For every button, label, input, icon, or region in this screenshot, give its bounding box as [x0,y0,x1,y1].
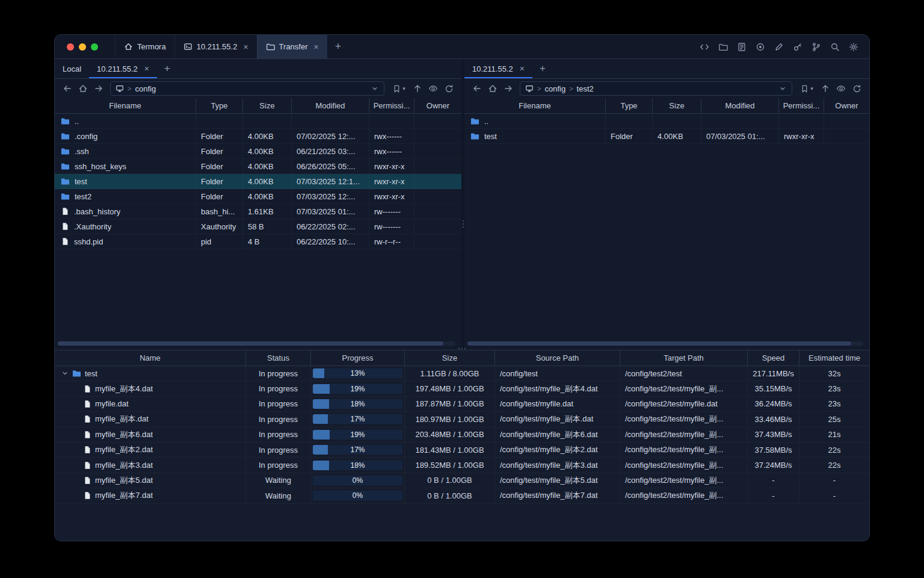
transfer-row[interactable]: test In progress 13% 1.11GB / 8.00GB /co… [55,366,869,381]
tab-transfer[interactable]: Transfer × [257,35,327,58]
branch-icon[interactable] [812,42,821,52]
horizontal-scrollbar[interactable] [467,341,863,346]
file-row[interactable]: .. [55,114,461,129]
file-row[interactable]: test Folder 4.00KB 07/03/2025 01:... rwx… [464,129,869,144]
transfer-row[interactable]: myfile_副本2.dat In progress 17% 181.43MB … [55,443,869,458]
column-header[interactable]: Owner [414,98,461,113]
tab-host[interactable]: 10.211.55.2 × [174,35,257,58]
close-tab-icon[interactable]: × [520,64,525,73]
forward-button[interactable] [500,81,516,96]
tab-remote-host[interactable]: 10.211.55.2 × [464,59,532,78]
column-header[interactable]: Status [246,350,311,365]
bookmark-button[interactable]: ▾ [796,81,818,96]
chevron-down-icon[interactable] [371,84,379,93]
tab-termora[interactable]: Termora [115,35,174,58]
zoom-window-button[interactable] [91,43,98,51]
file-row[interactable]: .. [464,114,869,129]
scrollbar-thumb[interactable] [58,341,443,346]
column-header[interactable]: Filename [464,98,606,113]
transfer-row[interactable]: myfile.dat In progress 18% 187.87MB / 1.… [55,397,869,412]
path-bar[interactable]: > config > test2 [520,81,792,96]
new-pane-tab-button[interactable]: + [532,59,553,78]
transfer-row[interactable]: myfile_副本6.dat In progress 19% 203.48MB … [55,427,869,443]
bookmark-button[interactable]: ▾ [388,81,410,96]
refresh-button[interactable] [849,81,864,96]
code-icon[interactable] [700,42,709,52]
column-header[interactable]: Size [653,98,701,113]
column-header[interactable]: Speed [748,350,799,365]
path-bar[interactable]: > config [110,81,384,96]
close-tab-icon[interactable]: × [243,43,248,51]
file-row[interactable]: .ssh Folder 4.00KB 06/21/2025 03:... rwx… [55,144,461,159]
column-header[interactable]: Progress [311,350,405,365]
folder-icon[interactable] [718,42,728,52]
column-header[interactable]: Modified [701,98,779,113]
home-button[interactable] [485,81,500,96]
forward-button[interactable] [91,81,106,96]
upload-button[interactable] [818,81,833,96]
settings-icon[interactable] [849,42,858,52]
transfer-row[interactable]: myfile_副本7.dat Waiting 0% 0 B / 1.00GB /… [55,488,869,503]
key-icon[interactable] [793,42,802,52]
scrollbar-thumb[interactable] [467,341,851,346]
transfer-row[interactable]: myfile_副本.dat In progress 17% 180.97MB /… [55,412,869,427]
record-icon[interactable] [756,42,765,52]
transfer-source-path: /config/test/myfile_副本7.dat [495,488,620,503]
column-header[interactable]: Size [405,350,495,365]
breadcrumb-segment[interactable]: config [544,84,565,93]
file-permissions: rwxr-xr-x [369,174,414,188]
log-icon[interactable] [737,42,747,52]
column-header[interactable]: Size [243,98,292,113]
column-header[interactable]: Owner [824,98,869,113]
breadcrumb-segment[interactable]: config [135,84,156,93]
upload-button[interactable] [410,81,425,96]
show-hidden-files-button[interactable] [425,81,441,96]
column-header[interactable]: Name [55,350,246,365]
column-header[interactable]: Target Path [620,350,748,365]
close-tab-icon[interactable]: × [144,64,149,73]
tab-local[interactable]: Local [55,59,89,78]
file-row[interactable]: sshd.pid pid 4 B 06/22/2025 10:... rw-r-… [55,234,461,249]
close-window-button[interactable] [67,43,74,51]
file-icon [61,237,69,246]
chevron-down-icon[interactable] [778,84,787,93]
transfer-row[interactable]: myfile_副本5.dat Waiting 0% 0 B / 1.00GB /… [55,473,869,488]
file-row[interactable]: .bash_history bash_hi... 1.61KB 07/03/20… [55,204,461,219]
transfer-row[interactable]: myfile_副本3.dat In progress 18% 189.52MB … [55,458,869,473]
home-button[interactable] [75,81,91,96]
column-header[interactable]: Estimated time [799,350,869,365]
file-row[interactable]: test Folder 4.00KB 07/03/2025 12:1... rw… [55,174,461,189]
back-button[interactable] [60,81,75,96]
column-header[interactable]: Permissi... [779,98,824,113]
minimize-window-button[interactable] [79,43,86,51]
new-pane-tab-button[interactable]: + [157,59,177,78]
file-row[interactable]: test2 Folder 4.00KB 07/03/2025 12:... rw… [55,189,461,204]
close-tab-icon[interactable]: × [314,43,319,51]
file-row[interactable]: ssh_host_keys Folder 4.00KB 06/26/2025 0… [55,159,461,174]
folder-icon [61,177,70,186]
column-header[interactable]: Type [606,98,653,113]
breadcrumb-segment[interactable]: test2 [577,84,594,93]
chevron-down-icon[interactable] [61,370,69,377]
edit-icon[interactable] [774,42,784,52]
column-header[interactable]: Modified [292,98,369,113]
progress-bar: 0% [313,491,402,500]
column-header[interactable]: Permissi... [369,98,414,113]
show-hidden-files-button[interactable] [833,81,849,96]
folder-icon [61,117,70,126]
new-tab-button[interactable]: + [327,35,350,58]
tab-remote-host[interactable]: 10.211.55.2 × [89,59,157,78]
back-button[interactable] [469,81,485,96]
horizontal-scrollbar[interactable] [58,341,455,346]
refresh-button[interactable] [441,81,457,96]
file-modified: 07/03/2025 12:1... [292,174,369,188]
column-header[interactable]: Source Path [495,350,620,365]
column-header[interactable]: Type [196,98,243,113]
column-header[interactable]: Filename [55,98,196,113]
horizontal-splitter-grip[interactable] [458,348,466,349]
transfer-row[interactable]: myfile_副本4.dat In progress 19% 197.48MB … [55,381,869,396]
file-row[interactable]: .config Folder 4.00KB 07/02/2025 12:... … [55,129,461,144]
file-permissions: rw------- [369,204,414,219]
file-row[interactable]: .Xauthority Xauthority 58 B 06/22/2025 0… [55,219,461,234]
search-icon[interactable] [830,42,840,52]
